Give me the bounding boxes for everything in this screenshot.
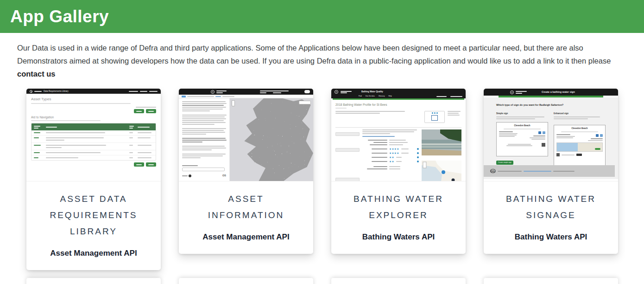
postcode-search-input [182, 168, 225, 171]
water-quality-label-box [335, 148, 360, 152]
card-title: ASSET INFORMATION [186, 191, 306, 223]
thumbnail-bathing-water-explorer: Bathing Water Quality Find Use the data … [331, 89, 466, 181]
thumb-breadcrumb-bar [179, 95, 313, 98]
card-asset-data-requirements-library[interactable]: Data Requirements Library Asset Types Ai… [26, 89, 161, 270]
thumb-profile-heading: 2018 Bathing Water Profile for St Bees [335, 103, 461, 107]
water-quality-icon [538, 131, 541, 134]
thumb-table-row [32, 155, 156, 160]
thumb-nav-item: Find [359, 95, 362, 97]
sign-map-graphic [556, 142, 603, 152]
beach-photo [422, 129, 461, 155]
thumb-left-labels [335, 129, 360, 181]
card-asset-information[interactable]: OS [179, 89, 313, 254]
thumb-navbar-title: Data Requirements Library [44, 90, 69, 93]
card-title: ASSET DATA REQUIREMENTS LIBRARY [34, 191, 153, 239]
environment-agency-logo-icon [335, 90, 338, 94]
location-map [422, 161, 461, 181]
intro-paragraph: Our Data is used in a wide range of Defr… [17, 41, 619, 80]
thumb-button [134, 162, 144, 167]
thumbnail-asset-information: OS [179, 89, 313, 181]
thumb-ogl-footer: OGL [484, 165, 615, 177]
card-bathing-water-signage[interactable]: Create a bathing water sign Which type o… [484, 89, 618, 254]
thumbnail-bathing-water-signage: Create a bathing water sign Which type o… [484, 89, 618, 181]
intro-text: Our Data is used in a wide range of Defr… [17, 44, 611, 65]
info-icon [417, 152, 419, 154]
info-icon [417, 156, 419, 158]
card-api-label: Bathing Waters API [339, 232, 458, 242]
simple-sign-label: Simple sign [496, 112, 548, 115]
qr-code-icon [556, 153, 560, 156]
card-api-label: Asset Management API [34, 249, 153, 258]
water-quality-icon [600, 134, 603, 137]
thumb-table-row [32, 143, 156, 150]
thumb-question-heading: Which type of sign do you want for Budle… [490, 103, 612, 107]
thumb-side-panel: OS [179, 98, 230, 181]
enhanced-sign-label: Enhanced sign [554, 112, 606, 115]
next-row-card-stub [484, 278, 618, 284]
info-icon [417, 148, 419, 150]
star-rating: ★★★★ [389, 148, 399, 150]
toggle-icon [189, 174, 191, 177]
thumb-navbar: Data Requirements Library [26, 89, 161, 94]
thumb-navbar [179, 89, 313, 95]
environment-agency-logo-icon [30, 90, 32, 93]
page-title: App Gallery [0, 7, 109, 26]
thumb-table-row [32, 130, 156, 136]
reset-map-button [299, 101, 311, 104]
os-logo-icon: OS [222, 174, 226, 177]
map-graphic [230, 98, 313, 181]
card-api-label: Bathing Waters API [491, 232, 611, 242]
thumb-button [146, 162, 156, 167]
thumb-detail-rows: ★★★★ ★★★★ ★★ ★★ [362, 129, 419, 181]
thumb-map-of-britain [230, 98, 313, 181]
document-icon [431, 115, 438, 121]
water-quality-widget [424, 111, 445, 123]
enhanced-sign-column: Enhanced sign Clevedon Beach [554, 110, 606, 174]
page-header: App Gallery [0, 0, 644, 33]
qr-code-icon [542, 143, 545, 147]
thumb-navbar-title: Bathing Water Quality [361, 90, 383, 93]
thumb-table-header [32, 123, 156, 130]
environment-agency-logo-icon [211, 90, 215, 94]
card-title: BATHING WATER EXPLORER [339, 191, 458, 223]
thumb-heading-asset-types: Asset Types [31, 97, 156, 102]
breadcrumb-chip [182, 96, 186, 97]
thumb-nav-item: Glossary [379, 95, 385, 97]
star-rating: ★★★★ [389, 152, 399, 155]
simple-sign-preview: Clevedon Beach [496, 122, 548, 156]
site-details-label-box [335, 178, 360, 181]
card-api-label: Asset Management API [186, 232, 306, 242]
thumb-table-row [32, 150, 156, 155]
next-row-card-stub [26, 278, 161, 284]
thumb-nav-item: Help [388, 95, 391, 97]
postcode-search-label [182, 165, 198, 166]
thumb-download-buttons [31, 107, 156, 108]
app-card-grid: Data Requirements Library Asset Types Ai… [26, 89, 618, 270]
thumb-heading-aid-to-navigation: Aid to Navigation [31, 115, 156, 119]
map-legend-chip [595, 148, 600, 150]
thumb-asset-types-table [31, 123, 156, 161]
card-title: BATHING WATER SIGNAGE [491, 191, 611, 223]
about-label-box [335, 132, 360, 136]
next-row-card-stub [331, 278, 466, 284]
map-zoom-control [232, 100, 235, 106]
thumb-navbar: Bathing Water Quality Find Use the data … [331, 89, 466, 98]
thumbnail-data-requirements-library: Data Requirements Library Asset Types Ai… [26, 89, 161, 181]
contact-us-link[interactable]: contact us [17, 70, 56, 78]
panel-footer: OS [182, 174, 226, 177]
sign-preview-title: Clevedon Beach [556, 127, 603, 130]
card-bathing-water-explorer[interactable]: Bathing Water Quality Find Use the data … [331, 89, 466, 254]
water-quality-icon [596, 134, 599, 137]
water-quality-icon [543, 131, 545, 134]
thumb-button [146, 109, 156, 113]
thumb-navbar-pill [304, 90, 310, 93]
thumb-button [134, 109, 144, 113]
star-rating: ★★ [389, 156, 394, 159]
enhanced-sign-preview: Clevedon Beach [554, 125, 606, 166]
ogl-logo-icon: OGL [490, 169, 496, 173]
star-rating: ★★ [389, 160, 394, 163]
footer-chip [576, 154, 582, 156]
environment-agency-logo-icon [510, 90, 514, 94]
simple-sign-column: Simple sign Clevedon Beach [496, 110, 548, 174]
thumb-navbar: Create a bathing water sign [484, 89, 618, 96]
